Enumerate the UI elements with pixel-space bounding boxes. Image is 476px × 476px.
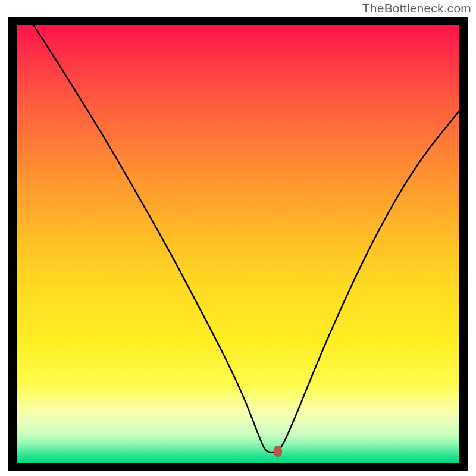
bottleneck-curve [17,25,459,463]
chart-container: TheBottleneck.com [0,0,476,476]
plot-area [17,25,459,463]
highlight-marker [274,446,282,457]
plot-border [8,17,468,471]
watermark-text: TheBottleneck.com [362,1,471,15]
